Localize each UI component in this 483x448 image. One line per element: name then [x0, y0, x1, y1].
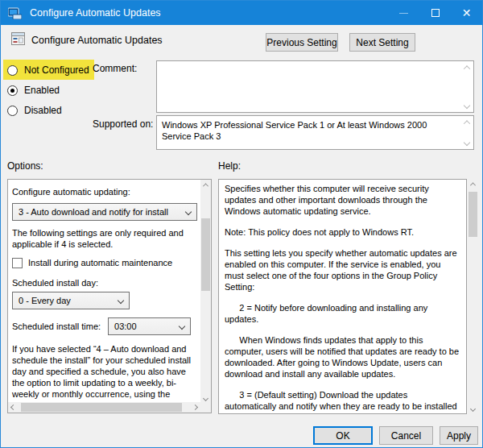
install-time-select[interactable]: 03:00: [108, 317, 191, 335]
radio-dot[interactable]: [7, 106, 18, 116]
setting-title: Configure Automatic Updates: [31, 35, 163, 46]
radio-dot[interactable]: [7, 85, 18, 96]
supported-on-label: Supported on:: [93, 118, 153, 130]
chevron-down-icon: [118, 297, 124, 304]
radio-label: Enabled: [24, 85, 60, 96]
comment-scroll-up-icon[interactable]: [463, 64, 471, 72]
radio-dot[interactable]: [7, 65, 18, 76]
scroll-down-icon[interactable]: [468, 404, 478, 414]
help-paragraph: Note: This policy does not apply to Wind…: [225, 226, 461, 238]
cancel-button[interactable]: Cancel: [379, 426, 433, 445]
comment-label: Comment:: [93, 63, 137, 74]
supported-scroll-up-icon[interactable]: [463, 118, 471, 127]
supported-on-field[interactable]: Windows XP Professional Service Pack 1 o…: [156, 115, 474, 150]
options-note: The following settings are only required…: [12, 227, 197, 250]
help-paragraph: 2 = Notify before downloading and instal…: [225, 302, 461, 325]
apply-button[interactable]: Apply: [440, 426, 478, 445]
scroll-up-icon[interactable]: [200, 180, 211, 190]
help-panel: Specifies whether this computer will rec…: [218, 179, 467, 414]
help-paragraph: 3 = (Default setting) Download the updat…: [225, 389, 461, 412]
configure-updating-select[interactable]: 3 - Auto download and notify for install: [12, 203, 197, 221]
options-vertical-scrollbar[interactable]: [200, 180, 211, 404]
options-vscroll-thumb[interactable]: [201, 218, 210, 291]
comment-scroll-down-icon[interactable]: [463, 102, 471, 110]
supported-on-value: Windows XP Professional Service Pack 1 o…: [157, 116, 473, 145]
maintenance-checkbox-row[interactable]: Install during automatic maintenance: [12, 257, 197, 268]
scrollbar-corner: [200, 402, 211, 413]
radio-not-configured[interactable]: Not Configured: [7, 62, 89, 78]
configure-updating-label: Configure automatic updating:: [12, 186, 197, 197]
options-footer-note: If you have selected “4 – Auto download …: [12, 343, 197, 404]
help-paragraph: This setting lets you specify whether au…: [225, 247, 461, 292]
close-button-icon[interactable]: ✕: [451, 1, 482, 25]
minimize-button-icon[interactable]: [388, 1, 419, 25]
radio-enabled[interactable]: Enabled: [7, 82, 60, 98]
scroll-right-icon[interactable]: [190, 402, 200, 413]
options-panel: Configure automatic updating: 3 - Auto d…: [7, 179, 212, 413]
supported-scroll-down-icon[interactable]: [463, 139, 471, 147]
radio-disabled[interactable]: Disabled: [7, 102, 62, 118]
next-setting-button[interactable]: Next Setting: [349, 33, 415, 52]
ok-button[interactable]: OK: [313, 426, 373, 445]
title-bar[interactable]: Configure Automatic Updates ✕: [1, 1, 482, 25]
help-paragraph: When Windows finds updates that apply to…: [225, 334, 461, 380]
help-vertical-scrollbar[interactable]: [468, 179, 478, 414]
scroll-up-icon[interactable]: [468, 179, 478, 189]
policy-setting-icon: [11, 32, 25, 45]
maintenance-checkbox[interactable]: [12, 258, 23, 268]
maximize-button-icon[interactable]: [419, 1, 451, 25]
install-time-label: Scheduled install time:: [12, 321, 101, 332]
scroll-left-icon[interactable]: [8, 402, 19, 413]
install-time-value: 03:00: [114, 321, 137, 332]
radio-label: Not Configured: [24, 64, 89, 76]
options-hscroll-thumb[interactable]: [21, 403, 182, 412]
window-title: Configure Automatic Updates: [30, 7, 161, 19]
options-section-label: Options:: [7, 160, 43, 172]
app-icon: [8, 7, 22, 19]
help-paragraph: Specifies whether this computer will rec…: [225, 183, 461, 217]
previous-setting-button[interactable]: Previous Setting: [266, 33, 338, 52]
chevron-down-icon: [179, 323, 185, 330]
install-day-select[interactable]: 0 - Every day: [12, 292, 130, 309]
comment-textarea[interactable]: [156, 60, 474, 113]
configure-automatic-updates-dialog: Configure Automatic Updates ✕ Configure …: [0, 0, 483, 448]
help-vscroll-thumb[interactable]: [469, 192, 477, 237]
help-section-label: Help:: [218, 160, 241, 172]
install-day-value: 0 - Every day: [19, 295, 71, 306]
options-horizontal-scrollbar[interactable]: [8, 402, 200, 413]
maintenance-checkbox-label: Install during automatic maintenance: [28, 257, 172, 268]
chevron-down-icon: [185, 209, 192, 215]
configure-updating-value: 3 - Auto download and notify for install: [19, 206, 168, 218]
install-day-label: Scheduled install day:: [12, 277, 197, 288]
radio-label: Disabled: [24, 105, 62, 116]
